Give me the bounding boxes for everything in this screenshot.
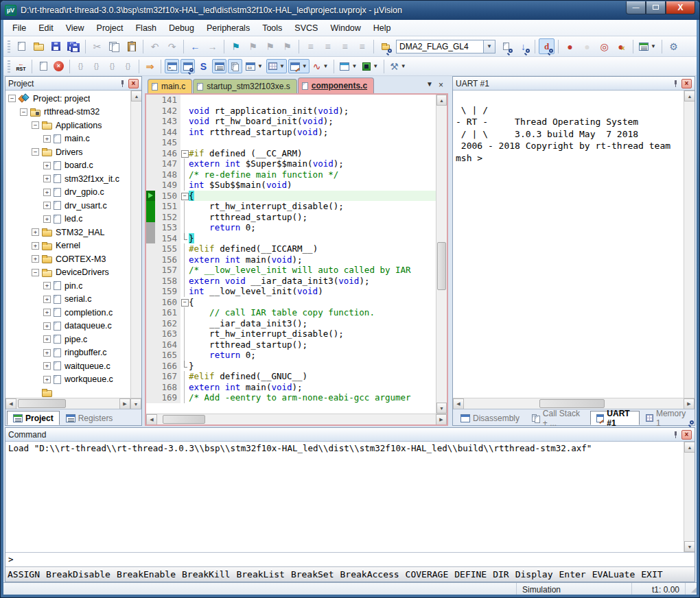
scroll-thumb[interactable] — [437, 242, 446, 290]
toolbox-button[interactable]: ⚒▼ — [388, 59, 408, 73]
command-dir[interactable]: DIR — [493, 569, 509, 579]
code-view[interactable]: 141142void rt_application_init(void);143… — [146, 95, 436, 414]
tree-item-serial-c[interactable]: +serial.c — [5, 293, 130, 307]
window-select-button[interactable]: ▼ — [637, 38, 658, 54]
tab-registers[interactable]: Registers — [60, 411, 119, 425]
close-document-icon[interactable]: × — [436, 80, 445, 91]
command-define[interactable]: DEFINE — [454, 569, 487, 579]
menu-debug[interactable]: Debug — [163, 21, 200, 35]
scroll-left-icon[interactable]: ◀ — [146, 414, 157, 425]
start-stop-debug-session-button[interactable]: d — [539, 38, 555, 54]
analysis-window-dropdown-icon[interactable]: ▼ — [323, 63, 329, 69]
menu-edit[interactable]: Edit — [32, 21, 60, 35]
watch-window-button[interactable]: ▼ — [244, 59, 265, 73]
collapse-icon[interactable]: − — [20, 108, 27, 116]
next-bookmark-button[interactable]: ⚑ — [262, 38, 278, 54]
toggle-bookmark-button[interactable]: ⚑ — [228, 38, 244, 54]
registers-window-button[interactable] — [212, 59, 226, 73]
menu-svcs[interactable]: SVCS — [288, 21, 324, 35]
cut-button[interactable]: ✂ — [89, 38, 105, 54]
code-line-159[interactable]: 159int __low_level_init(void) — [146, 286, 436, 297]
scroll-right-icon[interactable]: ▶ — [119, 398, 130, 409]
tree-item-workqueue-c[interactable]: +workqueue.c — [5, 373, 130, 387]
tab-list-dropdown-icon[interactable]: ▼ — [424, 80, 435, 91]
document-tab-startup-stm32f103xe-s[interactable]: startup_stm32f103xe.s — [193, 79, 296, 93]
copy-button[interactable] — [106, 38, 122, 54]
step-out-button[interactable]: {} — [105, 59, 119, 73]
command-coverage[interactable]: COVERAGE — [406, 569, 449, 579]
collapse-icon[interactable]: − — [32, 148, 39, 156]
trace-window-button[interactable]: ▼ — [338, 59, 359, 73]
pin-icon[interactable] — [119, 80, 126, 87]
menu-file[interactable]: File — [6, 21, 32, 35]
collapse-icon[interactable]: − — [8, 95, 16, 102]
command-exit[interactable]: EXIT — [641, 569, 662, 579]
step-over-button[interactable]: {} — [89, 59, 104, 73]
memory-window-button[interactable]: ▼ — [266, 59, 287, 73]
tree-item-drivers[interactable]: −Drivers — [5, 145, 130, 159]
code-line-152[interactable]: 152 rtthread_startup(); — [146, 212, 436, 223]
code-line-165[interactable]: 165 return 0; — [146, 350, 436, 361]
tab-uart-1[interactable]: UART #1 — [590, 411, 640, 425]
command-enter[interactable]: Enter — [559, 569, 585, 579]
step-button[interactable]: {} — [73, 59, 88, 73]
fold-collapse-icon[interactable] — [180, 297, 189, 308]
show-next-statement-button[interactable]: ⇒ — [143, 59, 157, 73]
code-line-153[interactable]: 153 return 0; — [146, 222, 436, 233]
menu-peripherals[interactable]: Peripherals — [200, 21, 256, 35]
command-output[interactable]: Load "D:\\rt-thread\\rt-thread-3.0.3\\bs… — [5, 442, 684, 552]
tree-item-waitqueue-c[interactable]: +waitqueue.c — [5, 359, 130, 373]
redo-button[interactable]: ↷ — [164, 38, 180, 54]
find-in-files-button[interactable] — [377, 38, 393, 54]
expand-icon[interactable]: + — [43, 309, 51, 316]
expand-icon[interactable]: + — [43, 362, 51, 370]
command-evaluate[interactable]: EVALuate — [592, 569, 635, 579]
indent-button[interactable]: ≡ — [320, 38, 336, 54]
code-line-168[interactable]: 168extern int main(void); — [146, 382, 436, 393]
tree-item-stm32-hal[interactable]: +STM32_HAL — [5, 226, 130, 239]
scroll-right-icon[interactable]: ▶ — [436, 414, 447, 425]
open-file-button[interactable] — [31, 38, 47, 54]
toggle-breakpoint-button[interactable]: ● — [562, 38, 578, 54]
expand-icon[interactable]: + — [32, 228, 39, 236]
command-window-button[interactable] — [165, 59, 179, 73]
comment-selection-button[interactable]: ≡ — [337, 38, 353, 54]
code-line-142[interactable]: 142void rt_application_init(void); — [146, 106, 436, 117]
command-breakkill[interactable]: BreakKill — [182, 569, 230, 579]
tree-item-project-project[interactable]: −Project: project — [5, 92, 130, 106]
analysis-window-button[interactable]: ∿▼ — [311, 59, 331, 73]
run-button[interactable]: ↓ — [36, 59, 50, 73]
command-vscrollbar[interactable]: ▲ ▼ — [684, 442, 695, 552]
code-line-161[interactable]: 161 // call IAR table copy function. — [146, 307, 436, 318]
menu-view[interactable]: View — [60, 21, 91, 35]
stop-button[interactable]: × — [51, 59, 66, 73]
code-line-156[interactable]: 156extern int main(void); — [146, 254, 436, 265]
disassembly-window-button[interactable] — [180, 59, 195, 73]
command-breakdisable[interactable]: BreakDisable — [46, 569, 110, 579]
tree-item-stm32f1xx-it-c[interactable]: +stm32f1xx_it.c — [5, 172, 130, 186]
expand-icon[interactable]: + — [43, 215, 51, 223]
watch-window-dropdown-icon[interactable]: ▼ — [257, 63, 263, 69]
tab-call-stack-[interactable]: Call Stack + ... — [526, 411, 590, 425]
menu-help[interactable]: Help — [367, 21, 397, 35]
close-icon[interactable]: × — [128, 79, 139, 88]
editor-hscrollbar[interactable]: ◀ ▶ — [146, 414, 447, 424]
tab-project[interactable]: Project — [7, 411, 60, 425]
tree-item-main-c[interactable]: +main.c — [5, 132, 130, 146]
expand-icon[interactable]: + — [32, 255, 39, 263]
scroll-left-icon[interactable]: ◀ — [453, 398, 464, 409]
uncomment-selection-button[interactable]: ≡ — [354, 38, 370, 54]
fold-collapse-icon[interactable] — [180, 191, 189, 202]
symbol-window-button[interactable]: S — [196, 59, 211, 73]
code-line-155[interactable]: 155#elif defined(__ICCARM__) — [146, 243, 436, 254]
navigate-back-button[interactable]: ← — [187, 38, 203, 54]
tree-item-board-c[interactable]: +board.c — [5, 159, 130, 173]
toolbar-grip[interactable] — [8, 40, 10, 53]
collapse-icon[interactable]: − — [32, 121, 39, 129]
fold-collapse-icon[interactable] — [180, 148, 189, 159]
document-tab-components-c[interactable]: components.c — [298, 77, 374, 93]
tree-item-cortex-m3[interactable]: +CORTEX-M3 — [5, 252, 130, 266]
run-to-cursor-line-button[interactable]: {} — [121, 59, 135, 73]
scroll-thumb[interactable] — [539, 399, 605, 408]
navigate-forward-button[interactable]: → — [205, 38, 220, 54]
